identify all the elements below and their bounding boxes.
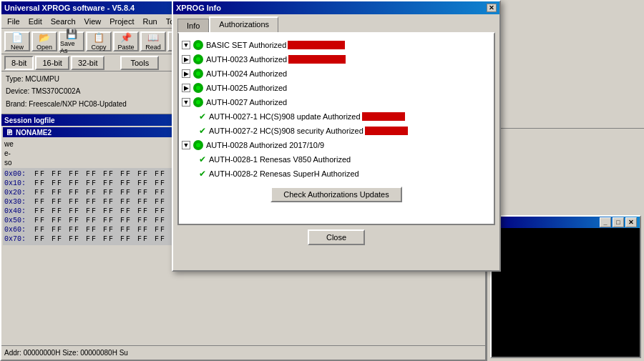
- check-updates-button[interactable]: Check Authorizations Updates: [270, 187, 401, 202]
- hex-addr: 0x10:: [4, 179, 30, 188]
- expand-icon-0027[interactable]: ▼: [182, 98, 190, 107]
- auth-label-0025: AUTH-0025 Authorized: [206, 82, 287, 94]
- hex-bytes: FF FF FF FF FF FF FF FF: [34, 179, 166, 188]
- node-icon-0027: [193, 97, 203, 107]
- paste-label: Paste: [117, 44, 134, 51]
- auth-item-0028: ▼ AUTH-0028 Authorized 2017/10/9: [182, 138, 491, 152]
- save-icon: 💾: [66, 29, 77, 39]
- node-icon-0025: [193, 83, 203, 93]
- check-icon-0028-1: ✔: [199, 154, 206, 165]
- right-maximize-btn[interactable]: □: [613, 217, 624, 227]
- dialog-footer: Close: [173, 225, 499, 249]
- new-icon: 📄: [11, 32, 23, 43]
- auth-tree: ▼ BASIC SET Authorized ▶ AUTH-0023 Autho…: [182, 38, 491, 181]
- right-bottom-title: _ □ ✕: [492, 217, 640, 228]
- redacted-0023: [288, 55, 346, 64]
- check-icon-0028-2: ✔: [199, 168, 206, 179]
- hex-addr: 0x70:: [4, 234, 30, 244]
- dialog-content: ▼ BASIC SET Authorized ▶ AUTH-0023 Autho…: [177, 32, 495, 225]
- expand-icon-0028[interactable]: ▼: [182, 141, 190, 149]
- save-label: Save As: [60, 40, 83, 54]
- node-icon-0024: [193, 69, 203, 79]
- expand-icon-0025[interactable]: ▶: [182, 84, 190, 92]
- xprog-info-dialog: XPROG Info ✕ Info Authorizations ▼ BASIC…: [172, 0, 501, 272]
- read-button[interactable]: 📖 Read: [140, 31, 166, 51]
- menu-run[interactable]: Run: [138, 16, 161, 27]
- menu-project[interactable]: Project: [105, 16, 138, 27]
- 32bit-button[interactable]: 32-bit: [71, 56, 105, 70]
- menu-search[interactable]: Search: [47, 16, 80, 27]
- right-panel: _ □ ✕: [487, 0, 644, 361]
- hex-bytes: FF FF FF FF FF FF FF FF: [34, 225, 166, 234]
- tools-button[interactable]: Tools: [120, 56, 159, 70]
- expand-icon-0024[interactable]: ▶: [182, 69, 190, 78]
- auth-label-basic: BASIC SET Authorized: [206, 39, 286, 51]
- auth-label-0024: AUTH-0024 Authorized: [206, 68, 287, 79]
- tab-info[interactable]: Info: [177, 19, 209, 32]
- read-label: Read: [145, 44, 161, 51]
- new-button[interactable]: 📄 New: [4, 31, 30, 51]
- node-icon-0028: [193, 140, 203, 150]
- auth-label-0028: AUTH-0028 Authorized 2017/10/9: [206, 139, 324, 151]
- status-bar: Addr: 00000000H Size: 00000080H Su: [1, 345, 485, 360]
- new-label: New: [11, 44, 24, 51]
- right-bottom-panel: _ □ ✕: [490, 215, 641, 358]
- session-title: Session logfile: [4, 117, 55, 124]
- right-minimize-btn[interactable]: _: [600, 217, 611, 227]
- menu-view[interactable]: View: [80, 16, 106, 27]
- copy-icon: 📋: [93, 32, 104, 43]
- open-icon: 📂: [39, 32, 50, 43]
- hex-bytes: FF FF FF FF FF FF FF FF: [34, 207, 166, 216]
- hex-addr: 0x00:: [4, 169, 30, 179]
- auth-item-0024: ▶ AUTH-0024 Authorized: [182, 66, 491, 81]
- tab-auth-label: Authorizations: [219, 20, 269, 29]
- right-top-panel: [487, 0, 644, 129]
- auth-label-0027-2: AUTH-0027-2 HC(S)908 security Authorized: [209, 125, 364, 137]
- dialog-bottom: Check Authorizations Updates: [182, 181, 491, 208]
- hex-bytes: FF FF FF FF FF FF FF FF: [34, 216, 166, 225]
- node-icon-0023: [193, 54, 203, 64]
- session-log-name: NONAME2: [16, 129, 52, 137]
- expand-icon-basic[interactable]: ▼: [182, 41, 190, 49]
- paste-button[interactable]: 📌 Paste: [113, 31, 139, 51]
- 8bit-button[interactable]: 8-bit: [4, 56, 34, 70]
- copy-button[interactable]: 📋 Copy: [86, 31, 112, 51]
- auth-item-0027: ▼ AUTH-0027 Authorized: [182, 95, 491, 109]
- menu-file[interactable]: File: [3, 16, 24, 27]
- hex-addr: 0x60:: [4, 225, 30, 234]
- auth-label-0027-1: AUTH-0027-1 HC(S)908 update Authorized: [209, 111, 361, 122]
- auth-label-0028-2: AUTH-0028-2 Renesas SuperH Authorized: [209, 168, 359, 179]
- tab-authorizations[interactable]: Authorizations: [209, 16, 278, 32]
- open-button[interactable]: 📂 Open: [31, 31, 57, 51]
- right-close-btn[interactable]: ✕: [625, 217, 637, 227]
- redacted-0027-2: [365, 127, 408, 135]
- auth-item-0027-2: ✔ AUTH-0027-2 HC(S)908 security Authoriz…: [182, 124, 491, 138]
- auth-item-0028-1: ✔ AUTH-0028-1 Renesas V850 Authorized: [182, 152, 491, 167]
- 16bit-button[interactable]: 16-bit: [35, 56, 69, 70]
- expand-icon-0023[interactable]: ▶: [182, 55, 190, 64]
- redacted-basic: [288, 41, 345, 49]
- redacted-0027-1: [362, 112, 405, 121]
- right-bottom-content: [492, 228, 640, 357]
- auth-item-0027-1: ✔ AUTH-0027-1 HC(S)908 update Authorized: [182, 109, 491, 124]
- menu-edit[interactable]: Edit: [24, 16, 47, 27]
- open-label: Open: [36, 44, 52, 51]
- hex-bytes: FF FF FF FF FF FF FF FF: [34, 234, 166, 244]
- tab-info-label: Info: [187, 21, 200, 30]
- auth-label-0027: AUTH-0027 Authorized: [206, 97, 287, 108]
- save-as-button[interactable]: 💾 Save As: [59, 31, 84, 51]
- dialog-close-button[interactable]: ✕: [487, 4, 497, 12]
- auth-item-basic: ▼ BASIC SET Authorized: [182, 38, 491, 52]
- status-text: Addr: 00000000H Size: 00000080H Su: [4, 349, 128, 357]
- dialog-title-bar: XPROG Info ✕: [173, 1, 499, 14]
- paste-icon: 📌: [120, 32, 132, 43]
- read-icon: 📖: [147, 32, 159, 43]
- hex-addr: 0x20:: [4, 188, 30, 197]
- dialog-tabs: Info Authorizations: [173, 14, 499, 32]
- dialog-close-btn[interactable]: Close: [308, 229, 365, 245]
- hex-addr: 0x40:: [4, 207, 30, 216]
- copy-label: Copy: [91, 44, 106, 51]
- hex-bytes: FF FF FF FF FF FF FF FF: [34, 188, 166, 197]
- auth-item-0028-2: ✔ AUTH-0028-2 Renesas SuperH Authorized: [182, 167, 491, 181]
- hex-addr: 0x50:: [4, 216, 30, 225]
